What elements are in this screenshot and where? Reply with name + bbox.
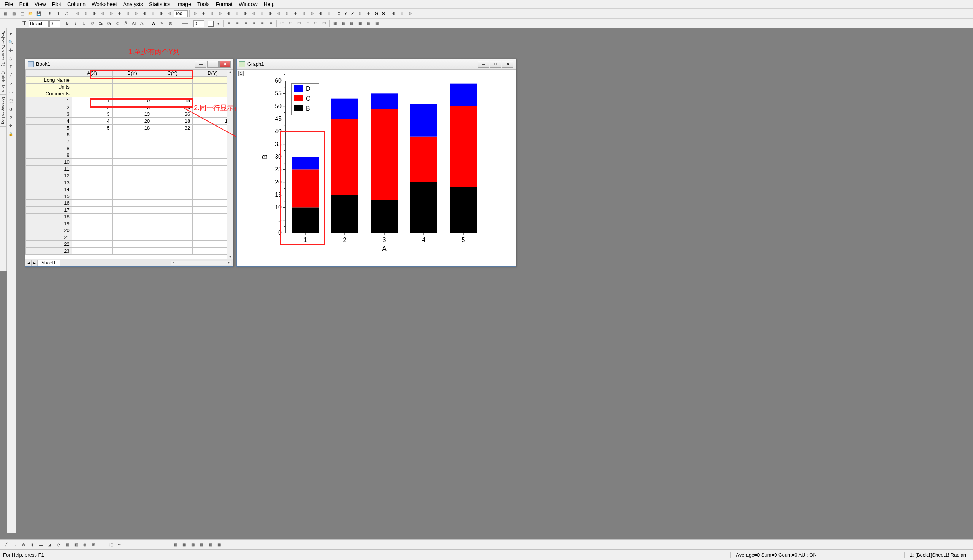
row-header[interactable]: Comments [26,90,72,97]
group-icon[interactable]: ⬚ [295,20,302,27]
tool-icon[interactable]: ⚙ [132,10,140,17]
font-icon[interactable]: Å [122,20,130,27]
menu-item-plot[interactable]: Plot [49,0,64,8]
sheet-nav-first[interactable]: ◂ [25,260,32,265]
cell[interactable] [72,77,112,83]
cell[interactable] [72,227,112,234]
cell[interactable] [72,145,112,152]
cell[interactable] [72,220,112,227]
rotate-icon[interactable]: ↻ [7,113,15,121]
plot-stock-icon[interactable]: ⫼ [98,541,106,548]
cell[interactable] [112,132,152,138]
menu-item-image[interactable]: Image [173,0,194,8]
cell[interactable] [112,83,152,90]
cell[interactable] [152,234,193,241]
column-header[interactable]: A(X) [72,70,112,77]
cell[interactable]: 18 [112,125,152,132]
supsub-icon[interactable]: x³₂ [105,20,113,27]
font-size-input[interactable] [49,20,60,27]
plot-linescatter-icon[interactable]: ⁂ [20,541,27,548]
cell[interactable] [112,179,152,186]
plot-matrix-icon[interactable]: ⊞ [90,541,97,548]
pan-icon[interactable]: ✥ [7,122,15,129]
tool-icon[interactable]: ⚙ [283,10,291,17]
messages-log-tab[interactable]: Messages Log [0,95,6,127]
menu-item-window[interactable]: Window [235,0,261,8]
menu-item-analysis[interactable]: Analysis [120,0,146,8]
layer-icon[interactable]: ▦ [356,20,364,27]
cell[interactable] [72,200,112,207]
layer-icon[interactable]: ▦ [373,20,381,27]
cell[interactable] [72,159,112,166]
cell[interactable] [112,166,152,172]
row-header[interactable]: Units [26,83,72,90]
tool-icon[interactable]: ⚙ [258,10,266,17]
sheet-tab[interactable]: Sheet1 [38,260,60,266]
cell[interactable] [112,241,152,248]
row-header[interactable]: 18 [26,213,72,220]
plot-3d-icon[interactable]: ▦ [63,541,71,548]
tool-icon[interactable]: ⚙ [300,10,307,17]
mask-tool-icon[interactable]: ▦ [206,541,214,548]
cell[interactable] [112,159,152,166]
layer-icon[interactable]: ▦ [348,20,355,27]
cell[interactable] [72,83,112,90]
cell[interactable] [152,132,193,138]
cell[interactable] [72,166,112,172]
arrow-icon[interactable]: ↗ [7,80,15,87]
cell[interactable] [152,152,193,159]
italic-icon[interactable]: I [72,20,79,27]
tool-icon[interactable]: ⚙ [390,10,397,17]
new-project-icon[interactable]: ▦ [2,10,9,17]
layer-icon[interactable]: ▦ [331,20,339,27]
minimize-button[interactable] [195,61,206,68]
tool-icon[interactable]: ⚙ [308,10,316,17]
graph1-titlebar[interactable]: Graph1 ✕ [237,59,516,70]
tool-icon[interactable]: ⚙ [191,10,199,17]
column-header[interactable] [26,70,72,77]
superscript-icon[interactable]: x² [88,20,96,27]
reader-icon[interactable]: ➕ [7,47,15,54]
cell[interactable] [152,248,193,255]
cell[interactable] [112,186,152,193]
tool-icon[interactable]: ⚙ [275,10,282,17]
project-explorer-tab[interactable]: Project Explorer (1) [0,28,6,69]
plot-line-icon[interactable]: ╱ [2,541,10,548]
cell[interactable] [72,234,112,241]
menu-item-edit[interactable]: Edit [16,0,32,8]
tool-icon[interactable]: ⚙ [407,10,414,17]
cell[interactable] [72,186,112,193]
tool-icon[interactable]: ⚙ [166,10,173,17]
layer-1-tab[interactable]: 1 [238,71,244,77]
vertical-scrollbar[interactable] [227,70,233,259]
row-header[interactable]: 3 [26,111,72,118]
cell[interactable]: 15 [152,97,193,104]
plot-more-icon[interactable]: ⋯ [116,541,124,548]
cell[interactable] [72,207,112,213]
data-selector-icon[interactable]: ◇ [7,55,15,62]
tool-icon[interactable]: ⚙ [99,10,107,17]
line-style-icon[interactable]: ── [177,20,193,27]
line-color-icon[interactable]: ✎ [158,20,166,27]
row-header[interactable]: 22 [26,241,72,248]
cell[interactable] [112,77,152,83]
export-icon[interactable]: ⬆ [54,10,62,17]
cell[interactable] [72,132,112,138]
font-name-input[interactable] [29,20,48,27]
row-header[interactable]: 13 [26,179,72,186]
mask-tool-icon[interactable]: ▦ [180,541,188,548]
minimize-button[interactable] [478,61,489,68]
layer-icon[interactable]: ▦ [364,20,372,27]
row-header[interactable]: 20 [26,227,72,234]
cell[interactable] [152,220,193,227]
bold-icon[interactable]: B [63,20,71,27]
column-header[interactable]: C(Y) [152,70,193,77]
save-icon[interactable]: 💾 [35,10,43,17]
cell[interactable]: 30 [152,104,193,111]
cell[interactable]: 15 [112,104,152,111]
row-header[interactable]: 7 [26,138,72,145]
line-icon[interactable]: ╱ [7,72,15,79]
tool-icon[interactable]: ⚙ [208,10,215,17]
layer-icon[interactable]: ▦ [339,20,347,27]
tool-icon[interactable]: ⚙ [325,10,332,17]
